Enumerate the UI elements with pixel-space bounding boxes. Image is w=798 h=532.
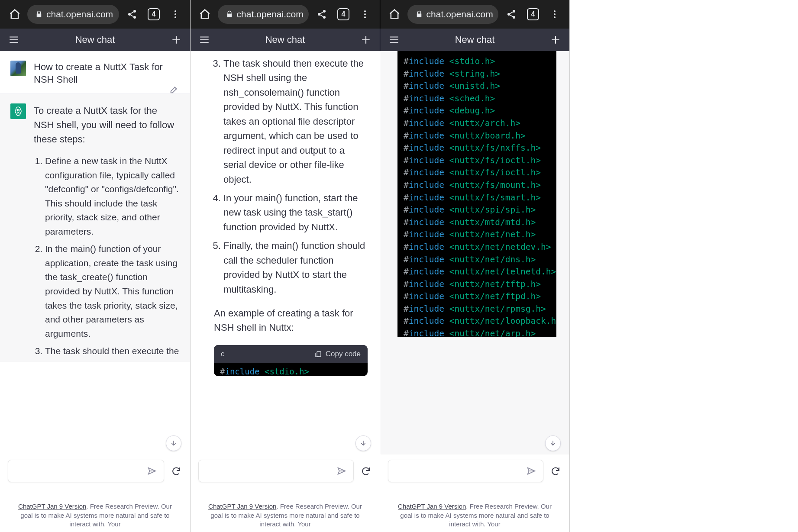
chat-input[interactable] — [8, 460, 164, 482]
steps-list: The task should then execute the NSH she… — [191, 56, 368, 297]
chat-input[interactable] — [198, 460, 354, 482]
chat-input[interactable] — [388, 460, 543, 482]
copy-code-button[interactable]: Copy code — [314, 350, 361, 358]
svg-point-10 — [364, 13, 366, 15]
tab-count: 4 — [148, 8, 160, 20]
browser-bar: chat.openai.com 4 — [191, 0, 380, 29]
step-item: The task should then execute the NSH she… — [223, 56, 368, 187]
svg-point-5 — [174, 16, 176, 18]
user-avatar — [10, 61, 26, 76]
screen-2: chat.openai.com 4 New chat The task shou… — [191, 0, 380, 532]
tab-count: 4 — [527, 8, 539, 20]
svg-point-7 — [318, 13, 320, 16]
hamburger-menu-button[interactable] — [7, 33, 21, 47]
share-icon[interactable] — [123, 5, 142, 24]
edit-message-button[interactable] — [169, 85, 180, 95]
version-link[interactable]: ChatGPT Jan 9 Version — [398, 503, 466, 510]
svg-point-0 — [133, 10, 136, 13]
browser-menu-icon[interactable] — [545, 5, 564, 24]
step-item: Finally, the main() function should call… — [223, 239, 368, 297]
code-block: c Copy code #include <stdio.h> — [214, 345, 368, 376]
svg-point-9 — [364, 10, 366, 12]
send-button[interactable] — [336, 465, 347, 477]
chat-content: #include <stdio.h> #include <string.h> #… — [380, 51, 569, 455]
share-icon[interactable] — [502, 5, 521, 24]
svg-point-13 — [513, 10, 515, 13]
browser-menu-icon[interactable] — [355, 5, 375, 24]
footer-note: ChatGPT Jan 9 Version. Free Research Pre… — [380, 502, 569, 532]
app-header: New chat — [191, 29, 380, 51]
assistant-avatar — [10, 103, 26, 119]
example-intro-text: An example of creating a task for NSH sh… — [214, 306, 368, 335]
code-block-header: c Copy code — [214, 345, 368, 363]
url-text: chat.openai.com — [46, 9, 113, 19]
svg-point-17 — [554, 13, 556, 15]
screen-1: chat.openai.com 4 New chat How to create… — [0, 0, 191, 532]
step-item: In your main() function, start the new t… — [223, 191, 368, 234]
lock-icon — [35, 10, 43, 18]
regenerate-button[interactable] — [549, 465, 562, 477]
lock-icon — [415, 10, 423, 18]
tabs-button[interactable]: 4 — [334, 5, 353, 24]
page-title: New chat — [75, 34, 115, 45]
lock-icon — [226, 10, 233, 18]
code-language-label: c — [221, 350, 225, 358]
browser-home-button[interactable] — [385, 5, 404, 24]
input-bar — [0, 455, 190, 502]
scroll-down-button[interactable] — [545, 435, 561, 451]
new-chat-button[interactable] — [549, 33, 562, 47]
chat-content: The task should then execute the NSH she… — [191, 51, 380, 455]
share-icon[interactable] — [312, 5, 331, 24]
svg-point-15 — [513, 16, 515, 19]
svg-rect-12 — [317, 351, 321, 357]
url-bar[interactable]: chat.openai.com — [218, 5, 309, 24]
svg-point-14 — [507, 13, 510, 16]
browser-home-button[interactable] — [5, 5, 24, 24]
tab-count: 4 — [337, 8, 349, 20]
url-bar[interactable]: chat.openai.com — [407, 5, 498, 24]
send-button[interactable] — [146, 465, 158, 477]
svg-point-16 — [554, 10, 556, 12]
screen-3: chat.openai.com 4 New chat #include <std… — [380, 0, 570, 532]
version-link[interactable]: ChatGPT Jan 9 Version — [18, 503, 86, 510]
user-message-text: How to create a NuttX Task for NSH Shell — [34, 61, 180, 86]
scroll-down-button[interactable] — [166, 435, 181, 451]
input-bar — [380, 455, 569, 502]
assistant-message: To create a NuttX task for the NSH shell… — [0, 94, 190, 362]
app-header: New chat — [380, 29, 569, 51]
svg-point-2 — [133, 16, 136, 19]
browser-actions: 4 — [502, 5, 564, 24]
hamburger-menu-button[interactable] — [197, 33, 211, 47]
version-link[interactable]: ChatGPT Jan 9 Version — [208, 503, 276, 510]
step-item: Define a new task in the NuttX configura… — [45, 154, 180, 239]
app-header: New chat — [0, 29, 190, 51]
step-item: The task should then execute the — [45, 344, 180, 358]
new-chat-button[interactable] — [169, 33, 183, 47]
svg-point-4 — [174, 13, 176, 15]
browser-home-button[interactable] — [196, 5, 214, 24]
browser-menu-icon[interactable] — [166, 5, 185, 24]
svg-point-11 — [364, 16, 366, 18]
browser-actions: 4 — [123, 5, 185, 24]
input-bar — [191, 455, 380, 502]
copy-code-label: Copy code — [326, 350, 361, 358]
scroll-down-button[interactable] — [355, 435, 371, 451]
regenerate-button[interactable] — [170, 465, 182, 477]
svg-point-18 — [554, 16, 556, 18]
regenerate-button[interactable] — [360, 465, 372, 477]
assistant-intro-text: To create a NuttX task for the NSH shell… — [34, 103, 180, 146]
chat-content: How to create a NuttX Task for NSH Shell… — [0, 51, 190, 455]
browser-bar: chat.openai.com 4 — [380, 0, 569, 29]
browser-bar: chat.openai.com 4 — [0, 0, 190, 29]
send-button[interactable] — [526, 465, 537, 477]
svg-point-3 — [174, 10, 176, 12]
tabs-button[interactable]: 4 — [523, 5, 543, 24]
tabs-button[interactable]: 4 — [144, 5, 163, 24]
code-block: #include <stdio.h> #include <string.h> #… — [397, 51, 556, 337]
url-bar[interactable]: chat.openai.com — [27, 5, 119, 24]
new-chat-button[interactable] — [359, 33, 373, 47]
page-title: New chat — [265, 34, 305, 45]
hamburger-menu-button[interactable] — [387, 33, 401, 47]
user-message: How to create a NuttX Task for NSH Shell — [0, 51, 190, 94]
steps-list: Define a new task in the NuttX configura… — [34, 154, 180, 358]
